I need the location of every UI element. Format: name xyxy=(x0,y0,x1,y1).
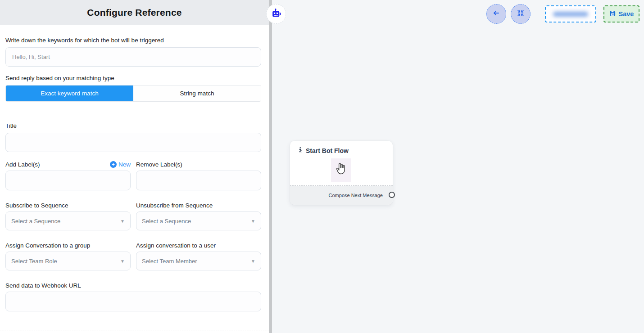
subscribe-sequence-label: Subscribe to Sequence xyxy=(5,202,131,209)
save-icon xyxy=(609,10,616,18)
cursor-highlight-zone xyxy=(331,158,351,182)
back-arrow-icon xyxy=(492,9,501,19)
unsubscribe-sequence-label: Unsubscribe from Sequence xyxy=(136,202,261,209)
robot-icon xyxy=(271,8,282,21)
panel-header: Configure Reference xyxy=(0,0,269,25)
title-input[interactable] xyxy=(5,133,261,152)
canvas-toolbar: Save xyxy=(486,4,639,24)
scrollbar-thumb[interactable] xyxy=(269,0,272,333)
matching-type-label: Send reply based on your matching type xyxy=(5,75,261,81)
compress-icon xyxy=(517,9,525,19)
subscribe-sequence-select[interactable]: Select a Sequence ▼ xyxy=(5,212,131,230)
keywords-input[interactable] xyxy=(5,47,261,67)
labels-input-row xyxy=(5,171,261,190)
page-title: Configure Reference xyxy=(87,7,181,18)
node-header: Start Bot Flow xyxy=(290,141,393,155)
chevron-down-icon: ▼ xyxy=(251,219,255,224)
save-button[interactable]: Save xyxy=(603,5,639,22)
panel-scrollbar[interactable] xyxy=(269,0,272,333)
assign-user-value: Select Team Member xyxy=(142,258,197,265)
start-bot-flow-node[interactable]: Start Bot Flow Compose Next Message xyxy=(290,141,393,205)
assign-user-select[interactable]: Select Team Member ▼ xyxy=(136,252,261,270)
sequence-select-row: Select a Sequence ▼ Select a Sequence ▼ xyxy=(5,209,261,230)
webhook-input[interactable] xyxy=(5,292,261,311)
assign-group-select[interactable]: Select Team Role ▼ xyxy=(5,252,131,270)
string-match-option[interactable]: String match xyxy=(133,86,261,101)
title-label: Title xyxy=(5,122,261,129)
labels-label-row: Add Label(s) + New Remove Label(s) xyxy=(5,161,261,168)
configure-reference-panel: Configure Reference Write down the keywo… xyxy=(0,0,269,333)
save-button-label: Save xyxy=(619,10,634,18)
assign-group-label: Assign Conversation to a group xyxy=(5,242,131,249)
remove-labels-label: Remove Label(s) xyxy=(136,161,261,168)
subscribe-sequence-value: Select a Sequence xyxy=(11,218,60,225)
webhook-label: Send data to Webhook URL xyxy=(5,282,261,289)
bot-avatar[interactable] xyxy=(266,4,286,24)
back-button[interactable] xyxy=(486,4,506,24)
app-window: Configure Reference Write down the keywo… xyxy=(0,0,644,333)
add-labels-input[interactable] xyxy=(5,171,131,190)
unsubscribe-sequence-select[interactable]: Select a Sequence ▼ xyxy=(136,212,261,230)
assign-select-row: Select Team Role ▼ Select Team Member ▼ xyxy=(5,249,261,270)
node-title: Start Bot Flow xyxy=(306,147,349,154)
compose-next-message-label: Compose Next Message xyxy=(329,193,383,198)
chevron-down-icon: ▼ xyxy=(251,259,255,264)
new-label-link[interactable]: + New xyxy=(110,161,131,168)
new-label-text: New xyxy=(118,161,131,168)
plus-icon: + xyxy=(110,161,117,168)
connector-port[interactable] xyxy=(389,192,395,198)
assign-group-value: Select Team Role xyxy=(11,258,57,265)
add-labels-label: Add Label(s) xyxy=(5,161,40,168)
assign-user-label: Assign conversation to a user xyxy=(136,242,261,249)
redacted-action-button[interactable] xyxy=(545,5,596,22)
flow-canvas[interactable]: Save Start Bot Flow xyxy=(272,0,644,333)
sequence-label-row: Subscribe to Sequence Unsubscribe from S… xyxy=(5,202,261,209)
unsubscribe-sequence-value: Select a Sequence xyxy=(142,218,191,225)
chevron-down-icon: ▼ xyxy=(120,219,125,224)
hand-cursor-icon xyxy=(335,162,347,178)
redacted-label-blur xyxy=(553,12,588,17)
remove-labels-input[interactable] xyxy=(136,171,261,190)
walking-person-icon xyxy=(297,146,303,155)
panel-body: Write down the keywords for which the bo… xyxy=(0,25,269,311)
node-footer: Compose Next Message xyxy=(290,186,393,205)
keywords-label: Write down the keywords for which the bo… xyxy=(5,37,261,44)
matching-type-toggle: Exact keyword match String match xyxy=(5,85,261,102)
chevron-down-icon: ▼ xyxy=(120,259,125,264)
compress-view-button[interactable] xyxy=(511,4,531,24)
panel-bottom-dashed-divider xyxy=(0,330,269,330)
assign-label-row: Assign Conversation to a group Assign co… xyxy=(5,242,261,249)
exact-keyword-match-option[interactable]: Exact keyword match xyxy=(6,86,133,101)
